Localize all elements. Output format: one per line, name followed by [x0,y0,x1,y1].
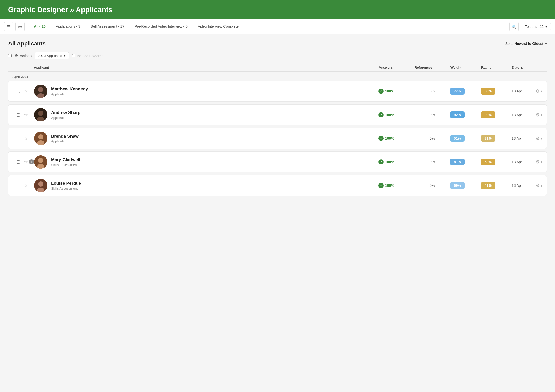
check-icon: ✓ [378,112,384,117]
rating-cell: 31% [481,135,512,142]
svg-point-10 [38,158,43,163]
sort-control[interactable]: Sort: Newest to Oldest ▾ [505,42,547,46]
avatar [34,132,47,145]
applicant-name[interactable]: Andrew Sharp [51,110,80,115]
date-actions-cell: 13 Apr ⚙ ▾ [512,112,542,118]
table-row: ☆ Brenda Shaw Application ✓ 100% 0% 51% … [8,128,547,149]
applicant-name[interactable]: Louise Perdue [51,181,81,186]
applicant-name[interactable]: Mary Gladwell [51,157,80,162]
applicant-type: Application [51,92,88,96]
actions-button[interactable]: ⚙ Actions [15,53,32,58]
row-select-checkbox[interactable] [17,137,20,140]
applicant-name[interactable]: Matthew Kennedy [51,87,88,92]
select-all-checkbox[interactable] [8,54,12,57]
applicant-name[interactable]: Brenda Shaw [51,134,79,139]
row-gear-button[interactable]: ⚙ [536,159,540,165]
row-chevron-button[interactable]: ▾ [541,89,542,93]
grid-view-button[interactable]: ▭ [15,22,25,31]
applicant-details: Andrew Sharp Application [51,110,80,120]
avatar [34,179,47,192]
rating-badge: 88% [481,88,495,95]
row-chevron-button[interactable]: ▾ [541,113,542,117]
header-answers: Answers [379,66,415,69]
answers-percentage: 100% [385,89,394,93]
page-header: Graphic Designer » Applicants [0,0,555,19]
answers-cell: ✓ 100% [378,89,414,94]
rating-cell: 41% [481,182,512,189]
filter-chevron-icon: ▾ [64,54,66,58]
row-select-checkbox[interactable] [17,113,20,117]
table-row: ☆ Matthew Kennedy Application ✓ 100% 0% … [8,81,547,102]
row-gear-button[interactable]: ⚙ [536,88,540,94]
date-actions-cell: 13 Apr ⚙ ▾ [512,136,542,141]
tabs-container: All - 20 Applications - 3 Self Assessmen… [29,20,509,33]
star-button[interactable]: ☆ [24,88,34,94]
badge-count: 1 [29,159,34,164]
applicant-filter-button[interactable]: 20 All Applicants ▾ [35,52,69,59]
row-chevron-button[interactable]: ▾ [541,160,542,164]
row-select-checkbox[interactable] [17,90,20,93]
avatar-illustration [34,108,47,121]
row-gear-button[interactable]: ⚙ [536,183,540,188]
row-actions: ⚙ ▾ [536,159,542,165]
references-cell: 0% [414,89,450,93]
search-button[interactable]: 🔍 [509,22,519,31]
weight-badge: 51% [450,135,465,142]
references-cell: 0% [414,113,450,117]
folders-button[interactable]: Folders - 12 ▾ [521,23,551,30]
row-checkbox[interactable] [13,90,24,93]
row-actions: ⚙ ▾ [536,88,542,94]
folders-chevron-icon: ▾ [545,25,547,29]
row-checkbox[interactable] [13,137,24,140]
tab-bar: ☰ ▭ All - 20 Applications - 3 Self Asses… [0,19,555,34]
applicant-details: Matthew Kennedy Application [51,87,88,96]
rating-cell: 99% [481,111,512,118]
weight-cell: 51% [450,135,481,142]
avatar-illustration [34,132,47,145]
star-button[interactable]: ☆ [24,136,34,141]
answers-cell: ✓ 100% [378,159,414,164]
check-icon: ✓ [378,89,384,94]
table-row: ☆ Andrew Sharp Application ✓ 100% 0% 92%… [8,104,547,125]
row-checkbox[interactable] [13,160,24,164]
list-view-button[interactable]: ☰ [4,22,13,31]
answers-percentage: 100% [385,113,394,117]
tab-pre-recorded[interactable]: Pre-Recorded Video Interview - 0 [129,20,193,33]
include-folders-checkbox[interactable] [72,54,75,57]
rating-cell: 50% [481,159,512,165]
weight-badge: 77% [450,88,465,95]
applicant-rows-container: ☆ Matthew Kennedy Application ✓ 100% 0% … [8,81,547,196]
date-cell: 13 Apr [512,136,522,140]
actions-label: Actions [20,54,32,58]
svg-point-4 [38,111,43,116]
svg-point-13 [38,181,43,187]
row-select-checkbox[interactable] [17,184,20,187]
row-checkbox[interactable] [13,113,24,117]
date-actions-cell: 13 Apr ⚙ ▾ [512,159,542,165]
row-chevron-button[interactable]: ▾ [541,183,542,188]
row-select-checkbox[interactable] [17,160,20,164]
answers-percentage: 100% [385,160,394,164]
page-title: Graphic Designer » Applicants [8,6,547,14]
tab-self-assessment[interactable]: Self Assessment - 17 [86,20,130,33]
tab-all[interactable]: All - 20 [29,20,51,33]
header-date[interactable]: Date ▲ [512,66,543,69]
row-checkbox[interactable] [13,184,24,187]
tab-applications[interactable]: Applications - 3 [51,20,86,33]
include-folders-control[interactable]: Include Folders? [72,54,104,58]
star-button[interactable]: ☆ [24,112,34,118]
avatar-illustration [34,179,47,192]
weight-cell: 69% [450,182,481,189]
answers-cell: ✓ 100% [378,183,414,188]
row-gear-button[interactable]: ⚙ [536,136,540,141]
date-cell: 13 Apr [512,160,522,164]
svg-point-1 [38,87,43,92]
applicant-info: Mary Gladwell Skills Assessment [34,155,378,169]
row-chevron-button[interactable]: ▾ [541,136,542,140]
rating-badge: 41% [481,182,495,189]
tab-video-complete[interactable]: Video Interview Complete [193,20,244,33]
row-gear-button[interactable]: ⚙ [536,112,540,118]
gear-icon: ⚙ [15,53,18,58]
header-rating: Rating [481,66,512,69]
star-button[interactable]: ☆ [24,183,34,188]
